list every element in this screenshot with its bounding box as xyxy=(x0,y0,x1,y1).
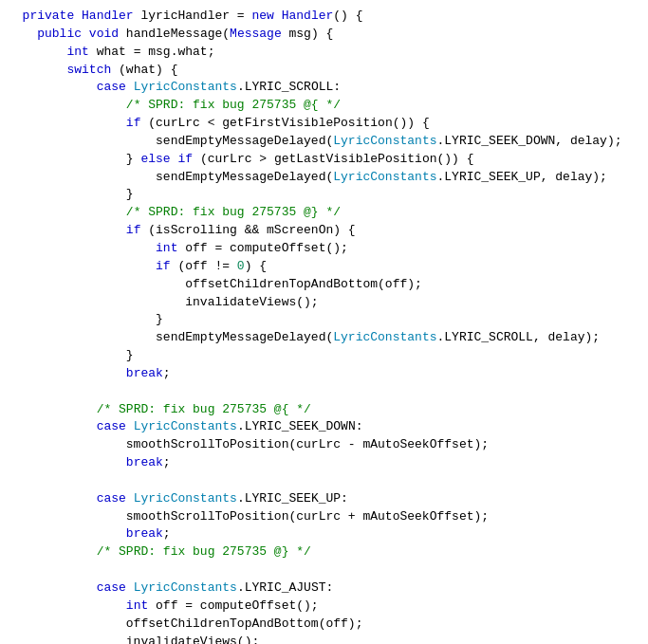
code-token: break xyxy=(126,454,163,472)
code-token: /* SPRD: fix bug 275735 @} */ xyxy=(126,204,341,222)
code-token: case xyxy=(97,79,126,97)
code-token: .LYRIC_SEEK_DOWN, delay); xyxy=(436,133,621,151)
code-line: } xyxy=(0,311,648,329)
code-line: int off = computeOffset(); xyxy=(0,598,648,616)
code-token xyxy=(171,151,178,169)
code-line: invalidateViews(); xyxy=(0,294,648,312)
code-token: .LYRIC_AJUST: xyxy=(237,580,333,598)
code-token: (isScrolling && mScreenOn) { xyxy=(140,222,355,240)
code-line: switch (what) { xyxy=(0,62,648,80)
code-token: void xyxy=(89,26,119,44)
code-token: sendEmptyMessageDelayed( xyxy=(8,329,333,347)
code-token: msg) { xyxy=(282,26,334,44)
code-token: off = computeOffset(); xyxy=(148,598,318,616)
code-token: () { xyxy=(333,8,362,26)
code-token: .LYRIC_SEEK_UP, delay); xyxy=(436,169,606,187)
code-token xyxy=(8,115,126,133)
code-token: 0 xyxy=(237,258,245,276)
code-token xyxy=(8,490,97,508)
code-line: case LyricConstants.LYRIC_SEEK_UP: xyxy=(0,490,648,508)
code-token: } xyxy=(8,151,140,169)
code-token: LyricConstants xyxy=(134,418,237,436)
code-token: case xyxy=(97,580,126,598)
code-token: /* SPRD: fix bug 275735 @{ */ xyxy=(97,401,311,419)
code-token: ; xyxy=(163,454,171,472)
code-token: .LYRIC_SCROLL: xyxy=(237,79,341,97)
code-line: int off = computeOffset(); xyxy=(0,240,648,258)
code-token: (curLrc < getFirstVisiblePosition()) { xyxy=(140,115,429,133)
code-token xyxy=(8,598,126,616)
code-token xyxy=(8,8,23,26)
code-token: Message xyxy=(230,26,282,44)
code-token xyxy=(126,79,134,97)
code-line: break; xyxy=(0,525,648,543)
code-token: ) { xyxy=(245,258,267,276)
code-token: private xyxy=(23,8,75,26)
code-line: /* SPRD: fix bug 275735 @{ */ xyxy=(0,97,648,115)
code-token: (off != xyxy=(171,258,237,276)
code-token: offsetChildrenTopAndBottom(off); xyxy=(8,276,422,294)
code-token: break xyxy=(126,525,163,543)
code-token xyxy=(74,8,82,26)
code-token xyxy=(8,418,97,436)
code-token xyxy=(8,258,156,276)
code-token: lyricHandler = xyxy=(134,8,252,26)
code-line: private Handler lyricHandler = new Handl… xyxy=(0,8,648,26)
code-token: case xyxy=(97,418,126,436)
code-token: invalidateViews(); xyxy=(8,634,259,644)
code-token xyxy=(8,222,126,240)
code-token: sendEmptyMessageDelayed( xyxy=(8,133,333,151)
code-token: if xyxy=(126,115,141,133)
code-token: Handler xyxy=(82,8,134,26)
code-token xyxy=(126,490,134,508)
code-token: LyricConstants xyxy=(333,169,436,187)
code-token: new xyxy=(251,8,273,26)
code-line: } xyxy=(0,186,648,204)
code-token: LyricConstants xyxy=(134,490,237,508)
code-token: if xyxy=(126,222,141,240)
code-line: /* SPRD: fix bug 275735 @} */ xyxy=(0,543,648,561)
code-line xyxy=(0,383,648,401)
code-token xyxy=(8,79,97,97)
code-token: smoothScrollToPosition(curLrc - mAutoSee… xyxy=(8,436,489,454)
code-token: int xyxy=(66,44,88,62)
code-token: int xyxy=(156,240,177,258)
code-token xyxy=(8,543,97,561)
code-token: ; xyxy=(163,525,171,543)
code-line: if (isScrolling && mScreenOn) { xyxy=(0,222,648,240)
code-line: invalidateViews(); xyxy=(0,634,648,644)
code-line: offsetChildrenTopAndBottom(off); xyxy=(0,616,648,634)
code-line: case LyricConstants.LYRIC_SEEK_DOWN: xyxy=(0,418,648,436)
code-token: smoothScrollToPosition(curLrc + mAutoSee… xyxy=(8,508,489,526)
code-token: } xyxy=(8,311,163,329)
code-token: handleMessage( xyxy=(119,26,230,44)
code-line: if (curLrc < getFirstVisiblePosition()) … xyxy=(0,115,648,133)
code-line: break; xyxy=(0,454,648,472)
code-line: /* SPRD: fix bug 275735 @} */ xyxy=(0,204,648,222)
code-token: what = msg.what; xyxy=(89,44,215,62)
code-token: } xyxy=(8,186,134,204)
code-token: LyricConstants xyxy=(134,580,237,598)
code-token xyxy=(8,525,126,543)
code-token xyxy=(8,97,126,115)
code-token: Handler xyxy=(282,8,334,26)
code-line: case LyricConstants.LYRIC_AJUST: xyxy=(0,580,648,598)
code-line xyxy=(0,472,648,490)
code-token xyxy=(126,580,134,598)
code-line: case LyricConstants.LYRIC_SCROLL: xyxy=(0,79,648,97)
code-line: break; xyxy=(0,365,648,383)
code-line xyxy=(0,561,648,580)
code-line: } xyxy=(0,347,648,365)
code-line: sendEmptyMessageDelayed(LyricConstants.L… xyxy=(0,329,648,347)
code-token xyxy=(8,44,66,62)
code-token xyxy=(8,401,97,419)
code-token: else xyxy=(140,151,170,169)
code-line: offsetChildrenTopAndBottom(off); xyxy=(0,276,648,294)
code-token: /* SPRD: fix bug 275735 @{ */ xyxy=(126,97,341,115)
code-token xyxy=(126,418,134,436)
code-token xyxy=(274,8,282,26)
code-line: } else if (curLrc > getLastVisiblePositi… xyxy=(0,151,648,169)
code-token xyxy=(8,580,97,598)
code-line: sendEmptyMessageDelayed(LyricConstants.L… xyxy=(0,133,648,151)
code-token: LyricConstants xyxy=(333,329,436,347)
